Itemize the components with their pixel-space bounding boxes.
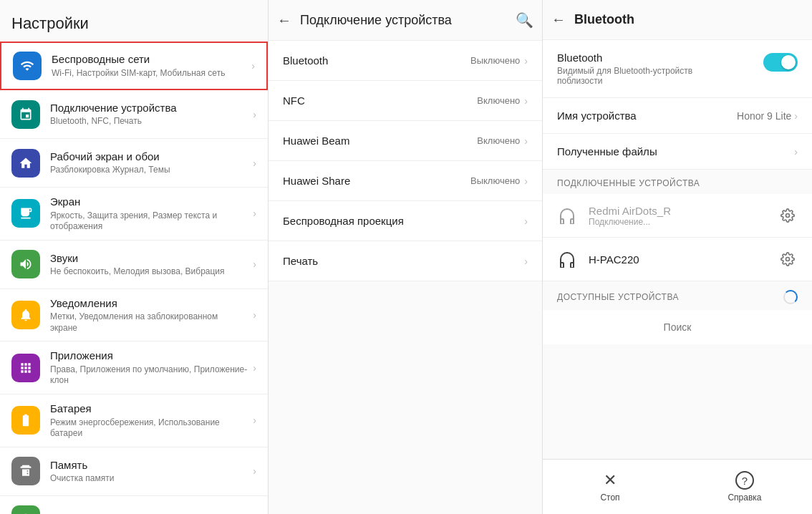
settings-item-device-connection[interactable]: Подключение устройстваBluetooth, NFC, Пе…	[0, 90, 268, 139]
svg-rect-4	[571, 263, 574, 268]
settings-item-memory[interactable]: ПамятьОчистка памяти›	[0, 447, 268, 496]
notifications-title: Уведомления	[50, 296, 247, 311]
bluetooth-back-button[interactable]: ←	[551, 11, 566, 28]
bluetooth-toggle-label: Bluetooth	[557, 52, 700, 64]
settings-item-display[interactable]: ЭкранЯркость, Защита зрения, Размер текс…	[0, 188, 268, 241]
display-icon	[11, 199, 40, 228]
connection-item-huawei-share[interactable]: Huawei ShareВыключено›	[269, 161, 542, 201]
settings-panel: Настройки Беспроводные сетиWi-Fi, Настро…	[0, 0, 269, 514]
headphones-icon	[554, 203, 580, 228]
bluetooth-bottom-bar: ✕ Стоп ? Справка	[543, 459, 812, 514]
stop-button[interactable]: ✕ Стоп	[543, 465, 677, 508]
sounds-text: ЗвукиНе беспокоить, Мелодия вызова, Вибр…	[50, 251, 247, 278]
received-files-arrow: ›	[794, 146, 798, 157]
display-arrow: ›	[253, 208, 256, 219]
connection-title: Подключение устройства	[300, 13, 516, 28]
wireless-projection-status-area: ›	[524, 215, 528, 227]
huawei-beam-status-area: Включено›	[477, 135, 528, 147]
svg-point-5	[786, 258, 790, 261]
print-name: Печать	[283, 255, 318, 267]
settings-item-digital-balance[interactable]: Цифровой баланс›	[0, 496, 268, 514]
connection-item-huawei-beam[interactable]: Huawei BeamВключено›	[269, 121, 542, 161]
settings-item-wireless[interactable]: Беспроводные сетиWi-Fi, Настройки SIM-ка…	[0, 42, 268, 90]
connection-item-bluetooth[interactable]: BluetoothВыключено›	[269, 41, 542, 81]
bluetooth-status-area: Выключено›	[470, 55, 528, 67]
apps-text: ПриложенияПрава, Приложения по умолчанию…	[50, 349, 247, 387]
available-devices-label: ДОСТУПНЫЕ УСТРОЙСТВА	[557, 292, 679, 302]
print-arrow: ›	[524, 256, 528, 267]
device-name-arrow: ›	[794, 110, 798, 122]
battery-title: Батарея	[50, 402, 247, 416]
received-files-row[interactable]: Полученные файлы ›	[543, 134, 812, 170]
connected-devices-header: ПОДКЛЮЧЕННЫЕ УСТРОЙСТВА	[543, 170, 812, 194]
notifications-subtitle: Метки, Уведомления на заблокированном эк…	[50, 311, 247, 334]
device-name-label: Имя устройства	[557, 110, 637, 122]
notifications-text: УведомленияМетки, Уведомления на заблоки…	[50, 296, 247, 334]
bluetooth-panel: ← Bluetooth Bluetooth Видимый для Blueto…	[543, 0, 812, 514]
battery-icon	[11, 406, 40, 435]
bluetooth-status: Выключено	[470, 55, 520, 66]
nfc-arrow: ›	[524, 95, 528, 107]
toggle-slider	[763, 53, 798, 72]
wireless-text: Беспроводные сетиWi-Fi, Настройки SIM-ка…	[52, 52, 246, 79]
display-text: ЭкранЯркость, Защита зрения, Размер текс…	[50, 195, 247, 233]
device-row-redmi[interactable]: Redmi AirDots_R Подключение...	[543, 194, 812, 238]
huawei-share-status: Выключено	[470, 175, 520, 186]
search-text-row: Поиск	[543, 310, 812, 344]
loading-spinner	[783, 290, 798, 304]
memory-arrow: ›	[253, 465, 256, 477]
battery-subtitle: Режим энергосбережения, Использование ба…	[50, 417, 247, 440]
settings-item-apps[interactable]: ПриложенияПрава, Приложения по умолчанию…	[0, 341, 268, 394]
huawei-beam-status: Включено	[477, 135, 520, 146]
memory-subtitle: Очистка памяти	[50, 473, 247, 485]
sounds-arrow: ›	[253, 258, 256, 270]
digital-balance-icon	[11, 505, 40, 514]
home-screen-title: Рабочий экран и обои	[50, 150, 247, 164]
sounds-icon	[11, 250, 40, 278]
nfc-status: Включено	[477, 95, 520, 106]
home-screen-text: Рабочий экран и обоиРазблокировка Журнал…	[50, 150, 247, 176]
notifications-arrow: ›	[253, 309, 256, 321]
connection-item-nfc[interactable]: NFCВключено›	[269, 81, 542, 121]
settings-item-battery[interactable]: БатареяРежим энергосбережения, Использов…	[0, 394, 268, 447]
device-connection-subtitle: Bluetooth, NFC, Печать	[50, 116, 247, 127]
wireless-icon	[13, 52, 42, 80]
print-status-area: ›	[524, 256, 528, 267]
connection-search-button[interactable]: 🔍	[516, 11, 533, 29]
bluetooth-toggle-switch[interactable]	[763, 53, 798, 72]
connection-item-wireless-projection[interactable]: Беспроводная проекция›	[269, 201, 542, 241]
device-row-hpac[interactable]: H-PAC220	[543, 238, 812, 281]
available-devices-section: ДОСТУПНЫЕ УСТРОЙСТВА	[543, 281, 812, 310]
memory-icon	[11, 457, 40, 485]
notifications-icon	[11, 301, 40, 329]
connection-item-print[interactable]: Печать›	[269, 241, 542, 281]
help-button[interactable]: ? Справка	[677, 465, 812, 508]
received-files-label: Полученные файлы	[557, 145, 657, 157]
device-settings-redmi[interactable]	[775, 203, 801, 228]
nfc-name: NFC	[283, 94, 305, 107]
device-name-row[interactable]: Имя устройства Honor 9 Lite ›	[543, 98, 812, 134]
memory-title: Память	[50, 458, 247, 472]
bluetooth-toggle-sublabel: Видимый для Bluetooth-устройств поблизос…	[557, 66, 700, 86]
huawei-beam-arrow: ›	[524, 135, 528, 147]
device-name-redmi: Redmi AirDots_R	[589, 205, 775, 217]
bluetooth-arrow: ›	[524, 55, 528, 67]
apps-subtitle: Права, Приложения по умолчанию, Приложен…	[50, 364, 247, 387]
connection-back-button[interactable]: ←	[277, 12, 291, 29]
svg-rect-3	[561, 263, 564, 268]
memory-text: ПамятьОчистка памяти	[50, 458, 247, 485]
wireless-subtitle: Wi-Fi, Настройки SIM-карт, Мобильная сет…	[52, 68, 246, 79]
headphones-icon-2	[554, 246, 580, 272]
wireless-projection-name: Беспроводная проекция	[283, 215, 404, 227]
wireless-arrow: ›	[251, 60, 255, 72]
apps-title: Приложения	[50, 349, 247, 363]
home-screen-arrow: ›	[253, 157, 256, 169]
settings-item-notifications[interactable]: УведомленияМетки, Уведомления на заблоки…	[0, 289, 268, 342]
settings-item-sounds[interactable]: ЗвукиНе беспокоить, Мелодия вызова, Вибр…	[0, 241, 268, 289]
bluetooth-toggle-row: Bluetooth Видимый для Bluetooth-устройст…	[543, 40, 812, 98]
device-settings-hpac[interactable]	[775, 246, 801, 272]
home-screen-subtitle: Разблокировка Журнал, Темы	[50, 165, 247, 176]
settings-item-home-screen[interactable]: Рабочий экран и обоиРазблокировка Журнал…	[0, 139, 268, 188]
huawei-share-arrow: ›	[524, 175, 528, 187]
connection-panel: ← Подключение устройства 🔍 BluetoothВыкл…	[269, 0, 543, 514]
